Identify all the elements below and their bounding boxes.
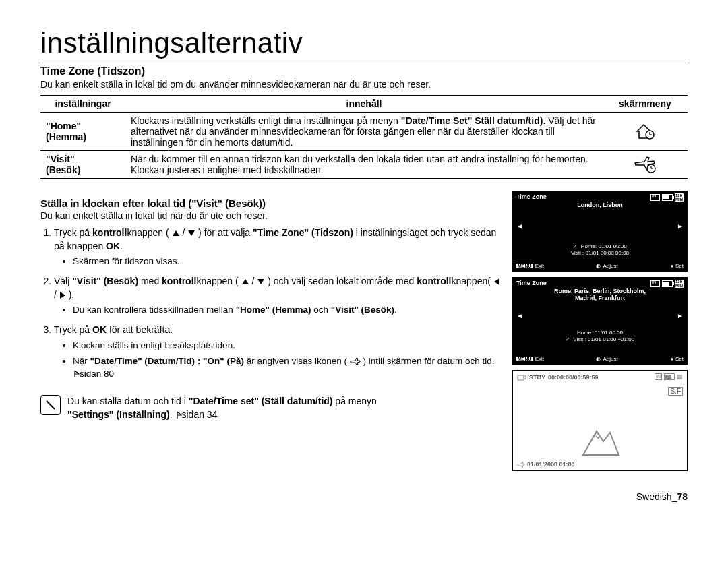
page-ref-icon (73, 370, 80, 378)
card-icon: IN (655, 373, 662, 380)
stby-time: 00:00:00/00:59:59 (548, 374, 599, 381)
stby-label: STBY (529, 374, 545, 381)
lcd2-city2: Madrid, Frankfurt (516, 295, 684, 301)
sub-intro: Du kan enkelt ställa in lokal tid när du… (40, 210, 502, 221)
stby-top-right: IN ▦ (655, 373, 683, 380)
set-label: ● Set (670, 263, 684, 269)
adjust-label: ◐ Adjust (596, 356, 617, 362)
step-2: Välj "Visit" (Besök) med kontrollknappen… (54, 275, 502, 317)
left-nav-arrow: ◄ (516, 312, 523, 319)
th-menu: skärmmeny (603, 96, 688, 113)
card-icon: IN (650, 194, 660, 201)
table-header-row: inställningar innehåll skärmmeny (40, 96, 688, 113)
note-box: Du kan ställa datum och tid i "Date/Time… (40, 395, 502, 421)
mountain-icon (580, 425, 620, 458)
page-ref-icon (175, 411, 182, 419)
lcd2-visit-line: ✓ Visit : 01/01 01:00 +01:00 (516, 336, 684, 343)
note-icon (40, 395, 61, 415)
setting-visit-l2: (Besök) (46, 164, 80, 175)
battery-icon (664, 373, 675, 380)
svg-line-6 (47, 401, 55, 409)
stby-date: 01/01/2008 01:00 (527, 461, 575, 468)
lcd1-bottom-bar: MENU Exit ◐ Adjust ● Set (516, 263, 684, 269)
lcd2-home-line: Home: 01/01 00:00 (516, 330, 684, 336)
step3-bullet2: När "Date/Time" (Datum/Tid) : "On" (På) … (73, 355, 502, 381)
step3-bullet1: Klockan ställs in enligt besöksplatstide… (73, 340, 502, 352)
note-text: Du kan ställa datum och tid i "Date/Time… (67, 395, 502, 421)
step-3: Tryck på OK för att bekräfta. Klockan st… (54, 324, 502, 380)
left-nav-arrow: ◄ (516, 222, 523, 230)
lcd-screen-1: Time Zone IN 120MIN London, Lisbon ◄ ► ✓… (512, 191, 688, 272)
page-title: inställningsalternativ (40, 27, 688, 61)
setting-visit: "Visit" (Besök) (40, 151, 125, 179)
right-nav-arrow: ► (677, 222, 684, 230)
stby-screen: STBY 00:00:00/00:59:59 IN ▦ S.F 01/01/20… (512, 370, 688, 471)
content-visit: När du kommer till en annan tidszon kan … (125, 151, 603, 179)
content-home: Klockans inställning verkställs enligt d… (125, 113, 603, 151)
setting-home-l1: "Home" (46, 121, 81, 131)
sf-badge: S.F (668, 387, 683, 396)
min-badge: 120MIN (675, 280, 684, 288)
home-clock-icon (634, 122, 656, 141)
right-arrow-icon (59, 291, 66, 299)
th-content: innehåll (125, 96, 603, 113)
step2-bullet: Du kan kontrollera tidsskillnaden mellan… (73, 304, 502, 317)
stby-bottom: 01/01/2008 01:00 (517, 461, 575, 468)
min-badge: 120MIN (675, 193, 684, 202)
menu-badge: MENU (516, 357, 533, 361)
section-heading: Time Zone (Tidszon) (40, 65, 688, 78)
plane-small-icon (350, 357, 361, 365)
lcd2-city1: Rome, Paris, Berlin, Stockholm, (516, 288, 684, 295)
sub-heading: Ställa in klockan efter lokal tid ("Visi… (40, 197, 502, 209)
footer-lang: Swedish_ (636, 491, 677, 502)
home-icon-cell (603, 113, 688, 151)
lcd2-top-icons: IN 120MIN (650, 280, 684, 288)
lcd1-top-icons: IN 120MIN (650, 193, 684, 202)
screenshots-column: Time Zone IN 120MIN London, Lisbon ◄ ► ✓… (512, 191, 688, 471)
right-nav-arrow: ► (677, 312, 684, 319)
up-arrow-icon (241, 278, 249, 285)
lcd-screen-2: Time Zone IN 120MIN Rome, Paris, Berlin,… (512, 277, 688, 365)
card-icon: IN (650, 280, 660, 287)
lcd1-map: ◄ ► (516, 211, 684, 241)
lcd1-visit-line: Visit : 01/01 00:00 00:00 (516, 250, 684, 257)
menu-badge: MENU (516, 264, 533, 268)
down-arrow-icon (257, 278, 265, 285)
lcd2-map: ◄ ► (516, 304, 684, 327)
up-arrow-icon (172, 230, 180, 237)
setting-home-l2: (Hemma) (46, 131, 86, 142)
left-arrow-icon (493, 278, 500, 286)
plane-clock-icon (634, 155, 657, 174)
th-settings: inställningar (40, 96, 125, 113)
battery-icon (662, 194, 673, 201)
battery-icon (662, 280, 673, 287)
lcd1-city: London, Lisbon (516, 202, 684, 208)
lcd1-home-line: ✓ Home: 01/01 00:00 (516, 243, 684, 250)
setting-visit-l1: "Visit" (46, 154, 75, 164)
footer-page: 78 (677, 491, 688, 502)
down-arrow-icon (187, 230, 195, 237)
visit-icon-cell (603, 151, 688, 179)
lcd2-bottom-bar: MENU Exit ◐ Adjust ● Set (516, 356, 684, 362)
grid-icon: ▦ (677, 373, 683, 380)
table-row: "Visit" (Besök) När du kommer till en an… (40, 151, 688, 179)
page-footer: Swedish_78 (40, 491, 688, 502)
steps-list: Tryck på kontrollknappen ( / ) för att v… (40, 226, 502, 380)
instructions-column: Ställa in klockan efter lokal tid ("Visi… (40, 191, 502, 471)
set-label: ● Set (670, 356, 684, 362)
svg-rect-8 (518, 375, 524, 380)
intro-text: Du kan enkelt ställa in lokal tid om du … (40, 79, 688, 90)
plane-tiny-icon (517, 461, 525, 468)
step-1: Tryck på kontrollknappen ( / ) för att v… (54, 226, 502, 268)
table-row: "Home" (Hemma) Klockans inställning verk… (40, 113, 688, 151)
setting-home: "Home" (Hemma) (40, 113, 125, 151)
camera-icon (517, 373, 526, 381)
adjust-label: ◐ Adjust (596, 263, 617, 269)
settings-table: inställningar innehåll skärmmeny "Home" … (40, 95, 688, 179)
step1-bullet: Skärmen för tidszon visas. (73, 255, 502, 268)
